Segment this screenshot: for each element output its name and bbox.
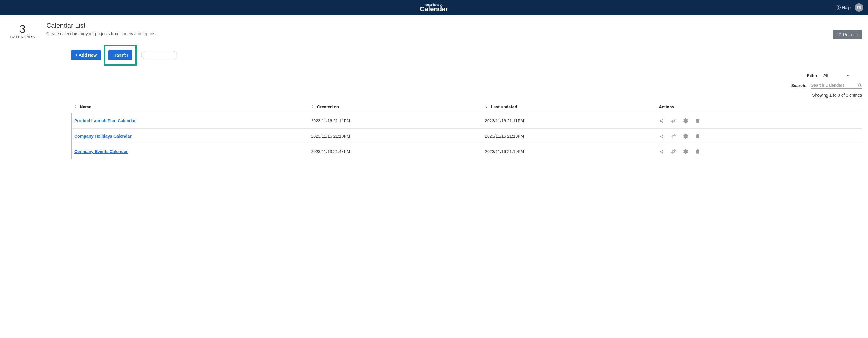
col-header-actions: Actions — [656, 101, 862, 113]
brand-logo: smartsheet Calendar — [420, 3, 448, 12]
search-icon — [858, 83, 862, 87]
created-on-cell: 2023/11/16 21:10PM — [309, 129, 483, 144]
search-row: Search: — [791, 82, 862, 89]
table-row: Company Holidays Calendar2023/11/16 21:1… — [72, 129, 862, 144]
actions-cell — [659, 149, 860, 154]
avatar[interactable]: TU — [855, 3, 863, 12]
toolbar: + Add New Transfer — [71, 45, 862, 66]
refresh-wrap: Refresh — [833, 30, 862, 39]
transfer-icon[interactable] — [671, 134, 676, 139]
share-icon[interactable] — [659, 149, 664, 154]
refresh-icon — [837, 32, 841, 37]
page-title: Calendar List — [46, 22, 862, 30]
chevron-down-icon — [846, 75, 849, 76]
calendar-table: ▲▼ Name ▲▼ Created on ▼ Last updated A — [71, 101, 862, 159]
col-header-created[interactable]: ▲▼ Created on — [309, 101, 483, 113]
settings-icon[interactable] — [683, 118, 688, 123]
search-label: Search: — [791, 83, 807, 88]
topbar-right: ? Help TU — [836, 3, 863, 12]
refresh-label: Refresh — [843, 32, 858, 37]
calendar-count-number: 3 — [6, 23, 39, 35]
filter-value: All — [824, 73, 828, 78]
brand-large: Calendar — [420, 6, 448, 12]
refresh-button[interactable]: Refresh — [833, 30, 862, 39]
col-actions-label: Actions — [659, 105, 674, 109]
last-updated-cell: 2023/11/16 21:10PM — [483, 144, 656, 159]
callout-bubble — [141, 51, 177, 59]
col-header-name[interactable]: ▲▼ Name — [72, 101, 309, 113]
filter-row: Filter: All — [807, 72, 862, 79]
transfer-button[interactable]: Transfer — [108, 50, 132, 60]
col-name-label: Name — [80, 105, 91, 109]
delete-icon[interactable] — [695, 118, 700, 123]
calendar-name-link[interactable]: Company Holidays Calendar — [74, 134, 131, 139]
main: Calendar List Create calendars for your … — [46, 22, 862, 159]
share-icon[interactable] — [659, 134, 664, 139]
created-on-cell: 2023/11/13 21:44PM — [309, 144, 483, 159]
sort-icon: ▲▼ — [311, 104, 314, 108]
sort-desc-icon: ▼ — [485, 106, 488, 109]
filter-select[interactable]: All — [823, 72, 862, 79]
last-updated-cell: 2023/11/16 21:10PM — [483, 129, 656, 144]
settings-icon[interactable] — [683, 134, 688, 139]
topbar: smartsheet Calendar ? Help TU — [0, 0, 868, 15]
page: 3 CALENDARS Calendar List Create calenda… — [0, 15, 868, 159]
entries-count: Showing 1 to 3 of 3 entries — [71, 93, 862, 97]
filter-label: Filter: — [807, 73, 819, 78]
filters: Filter: All Search: — [71, 72, 862, 89]
col-header-updated[interactable]: ▼ Last updated — [483, 101, 656, 113]
help-label: Help — [842, 5, 850, 10]
last-updated-cell: 2023/11/16 21:11PM — [483, 113, 656, 129]
actions-cell — [659, 118, 860, 123]
actions-cell — [659, 134, 860, 139]
settings-icon[interactable] — [683, 149, 688, 154]
col-updated-label: Last updated — [491, 105, 517, 109]
search-input[interactable] — [811, 83, 850, 88]
help-link[interactable]: ? Help — [836, 5, 850, 10]
help-icon: ? — [836, 5, 841, 10]
search-box — [811, 82, 862, 89]
table-row: Company Events Calendar2023/11/13 21:44P… — [72, 144, 862, 159]
calendar-count-box: 3 CALENDARS — [6, 22, 39, 159]
col-created-label: Created on — [317, 105, 339, 109]
delete-icon[interactable] — [695, 149, 700, 154]
transfer-icon[interactable] — [671, 149, 676, 154]
table-row: Product Launch Plan Calendar2023/11/16 2… — [72, 113, 862, 129]
calendar-count-label: CALENDARS — [6, 35, 39, 39]
created-on-cell: 2023/11/16 21:11PM — [309, 113, 483, 129]
calendar-name-link[interactable]: Company Events Calendar — [74, 149, 128, 154]
table-wrap: ▲▼ Name ▲▼ Created on ▼ Last updated A — [71, 101, 862, 159]
delete-icon[interactable] — [695, 134, 700, 139]
add-new-button[interactable]: + Add New — [71, 50, 101, 60]
share-icon[interactable] — [659, 118, 664, 123]
calendar-name-link[interactable]: Product Launch Plan Calendar — [74, 118, 136, 123]
transfer-icon[interactable] — [671, 118, 676, 123]
sort-icon: ▲▼ — [74, 104, 77, 108]
transfer-highlight: Transfer — [104, 45, 137, 66]
page-subtitle: Create calendars for your projects from … — [46, 31, 862, 36]
